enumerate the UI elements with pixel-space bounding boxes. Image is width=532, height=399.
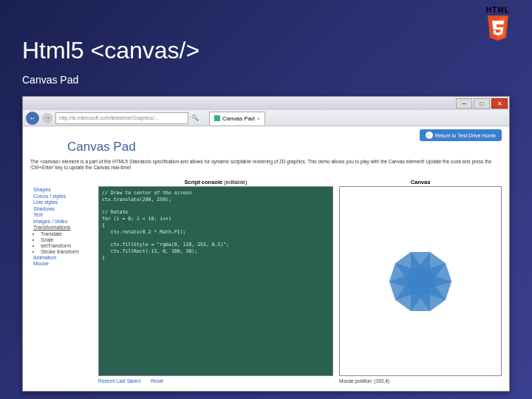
content-row: Shapes Colors / styles Line styles Shado… <box>30 178 502 383</box>
sidebar-item-images[interactable]: Images / Video <box>30 219 98 224</box>
tab-title: Canvas Pad <box>222 115 255 122</box>
canvas-header: Canvas <box>339 178 502 186</box>
sidebar-item-text[interactable]: Text <box>30 212 98 217</box>
tab-favicon-icon <box>214 115 220 121</box>
sidebar-item-mouse[interactable]: Mouse <box>30 261 98 266</box>
tab-close-icon[interactable]: × <box>257 115 261 122</box>
mouse-position: Mouse position: (192,4) <box>339 376 502 383</box>
maximize-button[interactable]: □ <box>474 98 490 109</box>
minimize-button[interactable]: ─ <box>456 98 472 109</box>
sidebar-item-shadows[interactable]: Shadows <box>30 206 98 211</box>
script-console-header: Script console (editable) <box>98 178 333 186</box>
sidebar-item-linestyles[interactable]: Line styles <box>30 200 98 205</box>
arrow-left-icon: ← <box>426 132 433 139</box>
sidebar-sublist: Translate Scale setTransform Stroke tran… <box>30 231 98 254</box>
slide-title: Html5 <canvas/> <box>22 37 200 64</box>
browser-navbar: ← → http://ie.microsoft.com/testdrive/Gr… <box>23 110 509 126</box>
back-button[interactable]: ← <box>26 112 39 125</box>
page-title: Canvas Pad <box>67 140 136 154</box>
forward-button[interactable]: → <box>42 113 52 123</box>
restore-link[interactable]: Restore Last Saved <box>98 378 140 383</box>
sidebar-item-colors[interactable]: Colors / styles <box>30 194 98 199</box>
page-description: The <canvas> element is a part of the HT… <box>30 159 502 171</box>
return-home-button[interactable]: ← Return to Test Drive Home <box>420 129 502 141</box>
reset-link[interactable]: Reset <box>151 378 163 383</box>
sidebar-item-animation[interactable]: Animation <box>30 255 98 260</box>
sidebar-item-shapes[interactable]: Shapes <box>30 187 98 192</box>
html5-shield-icon <box>486 16 510 42</box>
slide-subtitle: Canvas Pad <box>22 74 78 86</box>
browser-tab[interactable]: Canvas Pad × <box>209 112 265 125</box>
page-content: ← Return to Test Drive Home Canvas Pad T… <box>23 126 509 391</box>
sidebar-item-transformations[interactable]: Transformations <box>30 225 98 230</box>
search-icon: 🔍 <box>191 115 199 121</box>
sidebar-sub-settransform[interactable]: setTransform <box>41 243 98 248</box>
script-console[interactable]: // Draw to center of the screen ctx.tran… <box>98 186 333 376</box>
close-button[interactable]: ✕ <box>491 98 508 109</box>
url-bar[interactable]: http://ie.microsoft.com/testdrive/Graphi… <box>55 112 188 124</box>
console-footer: Restore Last Saved Reset <box>98 376 333 383</box>
logo-text: HTML <box>486 6 510 14</box>
script-console-column: Script console (editable) // Draw to cen… <box>98 178 333 383</box>
sidebar-sub-translate[interactable]: Translate <box>41 231 98 236</box>
window-titlebar: ─ □ ✕ <box>23 97 509 110</box>
sidebar-sub-scale[interactable]: Scale <box>41 237 98 242</box>
browser-window: ─ □ ✕ ← → http://ie.microsoft.com/testdr… <box>22 96 510 392</box>
return-label: Return to Test Drive Home <box>435 133 496 138</box>
canvas-column: Canvas Mouse position: <box>339 178 502 383</box>
sidebar-sub-stroketransform[interactable]: Stroke transform <box>41 249 98 254</box>
html5-logo: HTML <box>486 6 510 45</box>
sidebar: Shapes Colors / styles Line styles Shado… <box>30 178 98 383</box>
canvas-output <box>339 186 502 376</box>
